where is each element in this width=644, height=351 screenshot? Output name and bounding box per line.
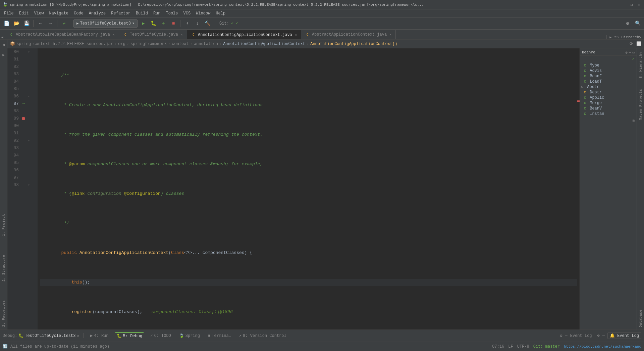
menu-edit[interactable]: Edit xyxy=(16,10,32,16)
bottom-tab-spring[interactable]: 🍃 Spring xyxy=(178,333,201,339)
tree-item-applic[interactable]: C Applic xyxy=(580,95,637,100)
right-panel-collapse[interactable]: — xyxy=(629,50,631,55)
event-log-settings-icon[interactable]: ⚙ xyxy=(560,333,562,338)
vtab-hierarchy[interactable]: 8: Hierarchy xyxy=(638,50,643,80)
new-file-button[interactable]: 📄 xyxy=(2,19,11,28)
menu-vcs[interactable]: VCS xyxy=(181,10,194,16)
tree-item-mybe[interactable]: C Mybe xyxy=(580,63,637,68)
event-log-minimize-icon[interactable]: — xyxy=(565,334,568,338)
bp-area-87[interactable]: → xyxy=(21,101,26,106)
bottom-tab-run[interactable]: ▶ 4: Run xyxy=(89,333,110,339)
tree-item-beanv[interactable]: C BeanV xyxy=(580,106,637,111)
save-all-button[interactable]: 💾 xyxy=(22,19,31,28)
hierarchy-tab[interactable]: Hierarchy xyxy=(622,35,641,39)
coverage-button[interactable]: ☂ xyxy=(159,19,168,28)
build-button[interactable]: 🔨 xyxy=(203,19,212,28)
fold-98[interactable]: ▾ xyxy=(26,183,32,187)
menu-code[interactable]: Code xyxy=(71,10,86,16)
expand-icon[interactable]: ⬜ xyxy=(636,41,641,46)
line-number-84: 84 xyxy=(7,78,21,85)
undo-button[interactable]: ↩ xyxy=(60,19,68,28)
step-into-button[interactable]: ↓ xyxy=(193,19,202,28)
debug-button[interactable]: 🐛 xyxy=(149,19,158,28)
tree-item-abstr[interactable]: ▷ Abstr xyxy=(580,84,637,90)
fold-80[interactable]: ▾ xyxy=(26,50,32,54)
vtab-favorites[interactable]: 2: Favorites xyxy=(1,298,7,330)
tab-annotationconfigappctx[interactable]: C AnnotationConfigApplicationContext.jav… xyxy=(187,30,301,39)
search-everywhere-button[interactable]: 🔍 xyxy=(633,19,642,28)
vtab-database[interactable]: Database xyxy=(638,308,643,330)
bottom-tab-debug[interactable]: 🐛 5: Debug xyxy=(115,332,144,339)
stop-button[interactable]: ■ xyxy=(169,19,178,28)
event-log-min2-icon[interactable]: — xyxy=(602,334,605,338)
forward-button[interactable]: → xyxy=(46,19,55,28)
code-text-85: */ xyxy=(40,220,69,227)
class-icon-beanv: C xyxy=(584,107,586,111)
close-icon-4[interactable]: ✕ xyxy=(389,33,391,37)
fold-92[interactable]: ▾ xyxy=(26,139,32,143)
menu-tools[interactable]: Tools xyxy=(163,10,181,16)
step-over-button[interactable]: ⬇ xyxy=(183,19,192,28)
sync-icon[interactable]: ⟳ xyxy=(630,41,633,46)
menu-help[interactable]: Help xyxy=(213,10,228,16)
maximize-button[interactable]: ❐ xyxy=(629,2,634,7)
menu-analyze[interactable]: Analyze xyxy=(86,10,108,16)
line-number-86: 86 xyxy=(7,93,21,100)
settings-button[interactable]: ⚙ xyxy=(623,19,632,28)
back-button[interactable]: ← xyxy=(36,19,45,28)
right-panel-expand[interactable]: ▭ xyxy=(632,50,635,55)
debug-session-name[interactable]: TestOfLifeCycle.test3 xyxy=(25,334,75,338)
vtab-project[interactable]: 1: Project xyxy=(1,211,7,239)
code-text-83c: componentClasses one or more component c… xyxy=(85,161,263,168)
menu-window[interactable]: Window xyxy=(193,10,213,16)
collapse-left-button[interactable]: ◀ xyxy=(0,41,7,48)
tree-item-destr[interactable]: C Destr xyxy=(580,90,637,95)
menu-run[interactable]: Run xyxy=(151,10,163,16)
event-log-settings2-icon[interactable]: ⚙ xyxy=(597,333,600,338)
run-button[interactable]: ▶ xyxy=(139,19,148,28)
menu-view[interactable]: View xyxy=(32,10,47,16)
close-icon-2[interactable]: ✕ xyxy=(181,33,183,37)
tree-item-beanf[interactable]: C BeanF xyxy=(580,74,637,79)
menu-build[interactable]: Build xyxy=(133,10,151,16)
line-number-83: 83 xyxy=(7,71,21,78)
code-normal-88a: (componentClasses); xyxy=(93,308,142,316)
menu-navigate[interactable]: Navigate xyxy=(46,10,71,16)
line-number-98: 98 xyxy=(7,181,21,189)
code-text-83a: * xyxy=(40,161,69,168)
tree-item-instan[interactable]: C Instan xyxy=(580,111,637,117)
close-icon-3[interactable]: ✕ xyxy=(295,33,297,37)
close-icon[interactable]: ✕ xyxy=(113,33,115,37)
item-label-applic: Applic xyxy=(590,95,604,100)
line-number-93: 93 xyxy=(7,144,21,152)
debug-session-close[interactable]: ✕ xyxy=(77,334,79,338)
menu-file[interactable]: File xyxy=(1,10,16,16)
fold-86[interactable]: ▾ xyxy=(26,94,32,98)
code-text-84c: @link xyxy=(72,190,85,198)
charset-label: UTF-8 xyxy=(517,344,529,349)
tab-abstract-autowire[interactable]: C AbstractAutowireCapableBeanFactory.jav… xyxy=(5,30,119,39)
close-button[interactable]: ✕ xyxy=(637,2,641,7)
vtab-maven[interactable]: Maven Projects xyxy=(638,87,643,122)
left-tool-1[interactable]: ▶ xyxy=(0,51,7,58)
tab-abstractappctx[interactable]: C AbstractApplicationContext.java ✕ xyxy=(301,30,396,39)
run-config-dropdown[interactable]: ▶ TestOfLifeCycle.test3 ▾ xyxy=(73,19,138,28)
minimize-button[interactable]: — xyxy=(622,2,627,7)
right-panel-settings[interactable]: ⚙ xyxy=(625,50,628,55)
code-kw-86: public xyxy=(40,249,79,257)
tab-testoflifecycle[interactable]: C TestOfLifeCycle.java ✕ xyxy=(119,30,187,39)
tree-item-advis[interactable]: C Advis xyxy=(580,68,637,74)
event-log-button[interactable]: 🔔 Event Log xyxy=(607,333,641,339)
bottom-tab-terminal[interactable]: ▣ Terminal xyxy=(207,333,232,339)
vtab-structure[interactable]: 2: Structure xyxy=(1,252,7,284)
tree-item-merge[interactable]: C Merge xyxy=(580,100,637,106)
menu-refactor[interactable]: Refactor xyxy=(108,10,133,16)
tree-item-loadt[interactable]: C LoadT xyxy=(580,79,637,84)
bottom-tab-todo[interactable]: ✓ 6: TODO xyxy=(149,333,172,339)
bottom-tab-vcs[interactable]: ↗ 9: Version Control xyxy=(238,333,288,339)
open-button[interactable]: 📂 xyxy=(12,19,21,28)
bp-area-89[interactable] xyxy=(21,117,26,120)
toolbar-separator xyxy=(33,20,34,27)
blog-url-label[interactable]: https://blog.csdn.net/suchahaerkang xyxy=(564,345,641,349)
line-number-89: 89 xyxy=(7,115,21,122)
